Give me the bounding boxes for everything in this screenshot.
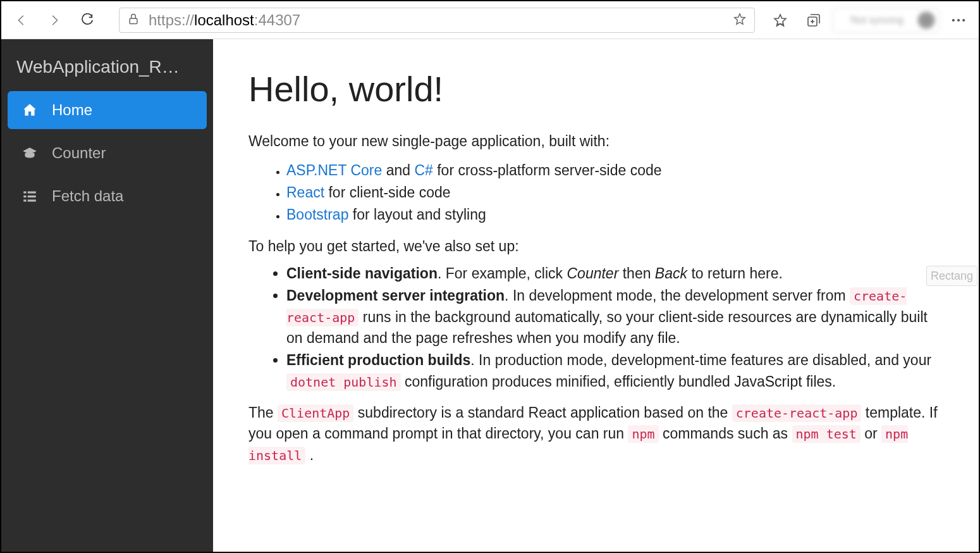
avatar-icon (917, 11, 935, 29)
link-bootstrap[interactable]: Bootstrap (286, 206, 348, 223)
svg-rect-5 (23, 191, 26, 193)
sidebar-item-counter[interactable]: Counter (8, 134, 207, 172)
more-button[interactable] (945, 6, 972, 34)
list-item: Bootstrap for layout and styling (286, 204, 943, 225)
svg-rect-9 (23, 199, 26, 201)
home-icon (21, 102, 38, 118)
collections-button[interactable] (799, 6, 827, 34)
svg-rect-0 (130, 18, 137, 23)
browser-toolbar: https://localhost:44307 Not syncing (1, 1, 979, 39)
favorites-button[interactable] (766, 6, 794, 34)
graduation-cap-icon (21, 145, 38, 161)
intro-text: Welcome to your new single-page applicat… (248, 131, 943, 152)
sidebar-item-label: Home (52, 101, 92, 119)
address-bar[interactable]: https://localhost:44307 (119, 8, 755, 33)
list-item: React for client-side code (286, 182, 943, 203)
back-button[interactable] (8, 6, 35, 34)
app-title: WebApplication_R… (1, 46, 213, 91)
code-dotnet-publish: dotnet publish (286, 373, 401, 391)
sidebar-item-label: Counter (52, 144, 106, 162)
forward-button[interactable] (40, 6, 68, 34)
sidebar: WebApplication_R… Home Counter Fetch dat… (1, 39, 213, 552)
profile-button[interactable]: Not syncing (832, 8, 940, 33)
link-aspnet-core[interactable]: ASP.NET Core (286, 162, 382, 178)
rectangle-overlay: Rectang (926, 266, 977, 286)
code-clientapp: ClientApp (278, 404, 353, 422)
link-csharp[interactable]: C# (414, 162, 432, 178)
refresh-button[interactable] (73, 6, 101, 34)
list-item: Development server integration. In devel… (286, 285, 943, 349)
list-item: Efficient production builds. In producti… (286, 350, 943, 392)
sidebar-item-fetch-data[interactable]: Fetch data (8, 177, 207, 215)
main-content: Hello, world! Welcome to your new single… (213, 39, 979, 552)
svg-point-4 (962, 18, 965, 21)
lock-icon (127, 13, 140, 28)
setup-intro: To help you get started, we've also set … (248, 236, 943, 257)
closing-text: The ClientApp subdirectory is a standard… (248, 402, 943, 466)
star-outline-icon[interactable] (733, 12, 747, 28)
list-item: Client-side navigation. For example, cli… (286, 263, 943, 284)
profile-label: Not syncing (836, 15, 917, 26)
url-text: https://localhost:44307 (149, 11, 724, 29)
page-title: Hello, world! (248, 63, 943, 115)
sidebar-item-home[interactable]: Home (8, 91, 207, 129)
sidebar-item-label: Fetch data (52, 187, 123, 205)
list-icon (21, 188, 38, 204)
list-item: ASP.NET Core and C# for cross-platform s… (286, 160, 943, 181)
svg-rect-7 (23, 196, 26, 197)
svg-rect-6 (28, 191, 36, 193)
svg-point-3 (957, 18, 960, 21)
code-npm-test: npm test (792, 425, 861, 443)
setup-list: Client-side navigation. For example, cli… (286, 263, 943, 392)
feature-list: ASP.NET Core and C# for cross-platform s… (286, 160, 943, 226)
svg-point-2 (952, 18, 955, 21)
code-npm: npm (628, 425, 658, 443)
svg-rect-8 (28, 196, 36, 197)
link-react[interactable]: React (286, 184, 324, 201)
svg-rect-10 (28, 199, 36, 201)
code-create-react-app: create-react-app (732, 404, 862, 422)
